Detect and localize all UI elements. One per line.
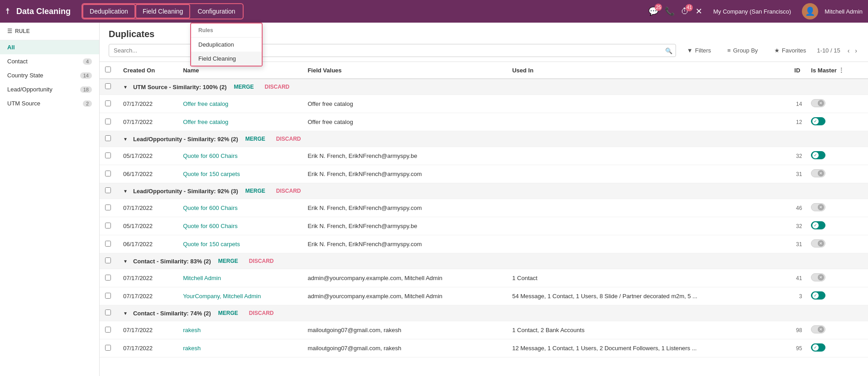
is-master-toggle[interactable]: ✓ [811, 343, 825, 352]
row-name-link[interactable]: YourCompany, Mitchell Admin [183, 293, 261, 300]
sidebar-item-utm-source[interactable]: UTM Source 2 [0, 96, 99, 110]
sidebar-utm-label: UTM Source [7, 100, 40, 107]
avatar[interactable]: 👤 [802, 3, 818, 19]
row-checkbox[interactable] [105, 119, 111, 124]
chevron-down-icon[interactable]: ▼ [123, 259, 128, 264]
merge-button[interactable]: MERGE [242, 135, 269, 143]
merge-button[interactable]: MERGE [215, 257, 242, 265]
row-name-link[interactable]: rakesh [183, 345, 201, 352]
topnav-deduplication[interactable]: Deduplication [82, 4, 135, 19]
row-checkbox[interactable] [105, 293, 111, 299]
search-icon[interactable]: 🔍 [665, 47, 672, 54]
row-date: 07/17/2022 [118, 199, 177, 217]
row-checkbox[interactable] [105, 275, 111, 281]
merge-button[interactable]: MERGE [230, 83, 258, 91]
table-row: 05/17/2022 Quote for 600 Chairs Erik N. … [100, 147, 868, 165]
sidebar-item-all[interactable]: All [0, 40, 99, 54]
next-page-button[interactable]: › [853, 46, 859, 55]
row-checkbox[interactable] [105, 100, 111, 106]
filters-button[interactable]: ▼ Filters [681, 44, 716, 57]
content-area: Duplicates 🔍 ▼ Filters ≡ Group By ★ Favo… [100, 23, 868, 376]
is-master-toggle[interactable]: ✓ [811, 117, 825, 125]
row-name-link[interactable]: Quote for 600 Chairs [183, 223, 238, 229]
grid-icon[interactable]: ☨ [5, 6, 10, 16]
row-id: 31 [782, 165, 806, 183]
sidebar-header: ☰ RULE [0, 23, 99, 40]
discard-button[interactable]: DISCARD [245, 257, 278, 265]
table-row: 06/17/2022 Quote for 150 carpets Erik N.… [100, 235, 868, 253]
row-name-link[interactable]: Offer free catalog [183, 100, 228, 107]
row-name-link[interactable]: rakesh [183, 327, 201, 333]
dropdown-field-cleaning[interactable]: Field Cleaning [191, 52, 262, 66]
discard-button[interactable]: DISCARD [273, 135, 305, 143]
is-master-toggle[interactable]: ✕ [811, 239, 825, 247]
th-id: ID [782, 62, 806, 79]
topnav-field-cleaning[interactable]: Field Cleaning [135, 4, 191, 19]
is-master-toggle[interactable]: ✕ [811, 325, 825, 333]
row-name-link[interactable]: Offer free catalog [183, 119, 228, 125]
row-name-link[interactable]: Quote for 600 Chairs [183, 205, 238, 211]
toggle-circle: ✓ [812, 222, 819, 228]
row-checkbox[interactable] [105, 327, 111, 333]
row-checkbox[interactable] [105, 223, 111, 228]
group-checkbox[interactable] [105, 257, 111, 263]
row-is-master: ✕ [806, 199, 868, 217]
is-master-toggle[interactable]: ✕ [811, 203, 825, 211]
discard-button[interactable]: DISCARD [261, 83, 293, 91]
chevron-down-icon[interactable]: ▼ [123, 189, 128, 194]
th-used-in: Used In [507, 62, 782, 79]
is-master-toggle[interactable]: ✓ [811, 291, 825, 300]
sidebar: ☰ RULE All Contact 4 Country State 14 Le… [0, 23, 100, 376]
prev-page-button[interactable]: ‹ [846, 46, 852, 55]
dropdown-deduplication[interactable]: Deduplication [191, 38, 262, 52]
discard-button[interactable]: DISCARD [245, 309, 278, 317]
row-checkbox-cell [100, 269, 118, 287]
group-checkbox[interactable] [105, 187, 111, 193]
is-master-toggle[interactable]: ✓ [811, 151, 825, 159]
row-checkbox[interactable] [105, 241, 111, 247]
close-icon-wrap[interactable]: ✕ [695, 6, 702, 16]
row-name-link[interactable]: Quote for 150 carpets [183, 171, 240, 177]
row-checkbox[interactable] [105, 345, 111, 351]
sidebar-item-lead-opportunity[interactable]: Lead/Opportunity 18 [0, 82, 99, 96]
row-used-in: 12 Message, 1 Contact, 1 Users, 2 Docume… [507, 339, 782, 357]
is-master-toggle[interactable]: ✕ [811, 273, 825, 281]
clock-icon-wrap[interactable]: ⏱ 41 [681, 7, 689, 16]
select-all-checkbox[interactable] [105, 67, 111, 72]
field-cleaning-dropdown: Rules Deduplication Field Cleaning [190, 23, 263, 67]
row-name-link[interactable]: Mitchell Admin [183, 275, 221, 281]
sidebar-item-contact[interactable]: Contact 4 [0, 54, 99, 68]
is-master-toggle[interactable]: ✓ [811, 221, 825, 229]
group-checkbox[interactable] [105, 83, 111, 89]
merge-button[interactable]: MERGE [215, 309, 242, 317]
row-checkbox[interactable] [105, 171, 111, 176]
chevron-down-icon[interactable]: ▼ [123, 85, 128, 90]
group-by-button[interactable]: ≡ Group By [722, 44, 763, 57]
toggle-circle: ✕ [818, 204, 824, 210]
row-name-link[interactable]: Quote for 600 Chairs [183, 152, 238, 159]
topnav-configuration[interactable]: Configuration [190, 4, 242, 19]
phone-icon-wrap[interactable]: 📞 [665, 6, 675, 16]
merge-button[interactable]: MERGE [242, 187, 269, 195]
row-name-link[interactable]: Quote for 150 carpets [183, 241, 240, 247]
row-name: Quote for 150 carpets [177, 165, 302, 183]
group-checkbox[interactable] [105, 309, 111, 315]
sidebar-item-country-state[interactable]: Country State 14 [0, 68, 99, 82]
chat-icon-wrap[interactable]: 💬 25 [648, 6, 658, 16]
group-checkbox[interactable] [105, 135, 111, 141]
favorites-button[interactable]: ★ Favorites [769, 44, 811, 57]
row-name: Offer free catalog [177, 95, 302, 113]
row-checkbox[interactable] [105, 205, 111, 210]
toggle-circle: ✓ [812, 344, 819, 351]
col-options-icon[interactable]: ⋮ [838, 67, 844, 74]
is-master-toggle[interactable]: ✕ [811, 169, 825, 177]
row-name: Quote for 600 Chairs [177, 147, 302, 165]
row-field-values: Erik N. French, ErikNFrench@armyspy.be [302, 147, 507, 165]
chevron-down-icon[interactable]: ▼ [123, 137, 128, 142]
chevron-down-icon[interactable]: ▼ [123, 311, 128, 316]
row-checkbox[interactable] [105, 152, 111, 158]
is-master-toggle[interactable]: ✕ [811, 99, 825, 107]
discard-button[interactable]: DISCARD [273, 187, 305, 195]
row-checkbox-cell [100, 217, 118, 235]
row-date: 07/17/2022 [118, 321, 177, 339]
